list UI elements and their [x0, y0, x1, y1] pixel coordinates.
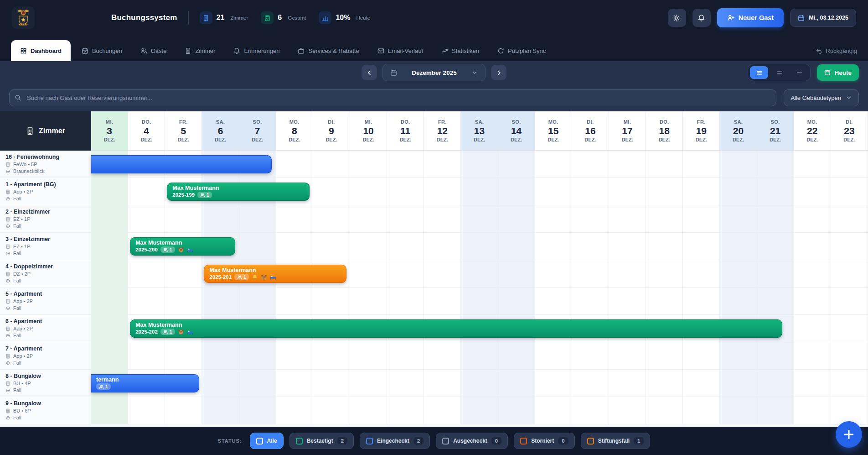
- month-select[interactable]: Dezember 2025: [382, 64, 486, 81]
- day-cell[interactable]: [831, 288, 868, 314]
- tab-services-rabatte[interactable]: Services & Rabatte: [290, 40, 366, 61]
- day-cell[interactable]: [498, 397, 535, 424]
- day-cell[interactable]: [350, 205, 387, 232]
- tab-erinnerungen[interactable]: Erinnerungen: [226, 40, 287, 61]
- day-cell[interactable]: [535, 233, 572, 260]
- day-cell[interactable]: [313, 288, 350, 314]
- day-cell[interactable]: [535, 370, 572, 397]
- building-type-filter[interactable]: Alle Gebäudetypen: [784, 89, 859, 106]
- day-cell[interactable]: [128, 397, 165, 424]
- day-cell[interactable]: [572, 233, 609, 260]
- day-cell[interactable]: [350, 342, 387, 369]
- day-cell[interactable]: [424, 205, 461, 232]
- day-cell[interactable]: [387, 370, 424, 397]
- day-cell[interactable]: [683, 397, 720, 424]
- day-cell[interactable]: [794, 178, 831, 205]
- day-cell[interactable]: [683, 288, 720, 314]
- booking-bar[interactable]: Max Mustermann2025-2021: [130, 319, 782, 338]
- day-cell[interactable]: [461, 151, 498, 178]
- day-cell[interactable]: [313, 342, 350, 369]
- day-cell[interactable]: [276, 205, 313, 232]
- day-cell[interactable]: [202, 205, 239, 232]
- previous-month-button[interactable]: [362, 65, 377, 80]
- tab-g-ste[interactable]: Gäste: [133, 40, 174, 61]
- status-filter-bestaetigt[interactable]: Bestaetigt2: [289, 433, 354, 449]
- booking-bar[interactable]: Max Mustermann2025-1991: [167, 183, 309, 201]
- view-comfortable-button[interactable]: [750, 66, 768, 79]
- day-cell[interactable]: [794, 288, 831, 314]
- day-cell[interactable]: [831, 260, 868, 287]
- day-cell[interactable]: [831, 178, 868, 205]
- day-cell[interactable]: [313, 205, 350, 232]
- booking-bar[interactable]: Max Mustermann2025-2011: [204, 265, 346, 283]
- day-cell[interactable]: [276, 342, 313, 369]
- day-cell[interactable]: [313, 233, 350, 260]
- day-cell[interactable]: [646, 288, 683, 314]
- day-cell[interactable]: [720, 205, 757, 232]
- day-cell[interactable]: [461, 178, 498, 205]
- day-cell[interactable]: [424, 288, 461, 314]
- day-cell[interactable]: [757, 288, 794, 314]
- day-cell[interactable]: [202, 288, 239, 314]
- day-cell[interactable]: [350, 370, 387, 397]
- day-cell[interactable]: [535, 260, 572, 287]
- day-cell[interactable]: [683, 178, 720, 205]
- day-cell[interactable]: [424, 370, 461, 397]
- day-cell[interactable]: [498, 260, 535, 287]
- day-cell[interactable]: [202, 397, 239, 424]
- day-cell[interactable]: [720, 151, 757, 178]
- day-cell[interactable]: [165, 288, 202, 314]
- day-cell[interactable]: [424, 151, 461, 178]
- day-cell[interactable]: [535, 178, 572, 205]
- day-cell[interactable]: [757, 260, 794, 287]
- day-cell[interactable]: [91, 233, 128, 260]
- day-cell[interactable]: [498, 370, 535, 397]
- add-booking-fab[interactable]: [836, 421, 862, 448]
- day-cell[interactable]: [683, 342, 720, 369]
- day-cell[interactable]: [128, 288, 165, 314]
- day-cell[interactable]: [572, 370, 609, 397]
- day-cell[interactable]: [794, 342, 831, 369]
- day-cell[interactable]: [91, 260, 128, 287]
- day-cell[interactable]: [461, 233, 498, 260]
- status-filter-eingecheckt[interactable]: Eingecheckt2: [360, 433, 430, 449]
- status-filter-storniert[interactable]: Storniert0: [514, 433, 574, 449]
- day-cell[interactable]: [646, 397, 683, 424]
- search-input[interactable]: [9, 89, 776, 106]
- day-cell[interactable]: [535, 288, 572, 314]
- day-cell[interactable]: [424, 342, 461, 369]
- day-cell[interactable]: [794, 205, 831, 232]
- day-cell[interactable]: [165, 342, 202, 369]
- day-cell[interactable]: [498, 342, 535, 369]
- day-cell[interactable]: [239, 288, 276, 314]
- day-cell[interactable]: [794, 151, 831, 178]
- view-compact-button[interactable]: [770, 66, 788, 79]
- day-cell[interactable]: [572, 205, 609, 232]
- day-cell[interactable]: [313, 397, 350, 424]
- room-row[interactable]: 6 - ApartmentApp • 2PFall: [0, 315, 91, 342]
- day-cell[interactable]: [831, 370, 868, 397]
- day-cell[interactable]: [683, 233, 720, 260]
- day-cell[interactable]: [757, 233, 794, 260]
- day-cell[interactable]: [572, 288, 609, 314]
- day-cell[interactable]: [572, 397, 609, 424]
- day-cell[interactable]: [239, 397, 276, 424]
- day-cell[interactable]: [609, 205, 646, 232]
- day-cell[interactable]: [239, 233, 276, 260]
- day-cell[interactable]: [91, 288, 128, 314]
- day-cell[interactable]: [720, 342, 757, 369]
- day-cell[interactable]: [683, 370, 720, 397]
- day-cell[interactable]: [128, 205, 165, 232]
- day-cell[interactable]: [498, 178, 535, 205]
- day-cell[interactable]: [387, 260, 424, 287]
- day-cell[interactable]: [387, 233, 424, 260]
- next-month-button[interactable]: [491, 65, 506, 80]
- day-cell[interactable]: [646, 205, 683, 232]
- tab-zimmer[interactable]: Zimmer: [177, 40, 222, 61]
- tab-putzplan-sync[interactable]: Putzplan Sync: [490, 40, 553, 61]
- day-cell[interactable]: [683, 260, 720, 287]
- day-cell[interactable]: [757, 397, 794, 424]
- day-cell[interactable]: [461, 205, 498, 232]
- day-cell[interactable]: [535, 205, 572, 232]
- day-cell[interactable]: [387, 288, 424, 314]
